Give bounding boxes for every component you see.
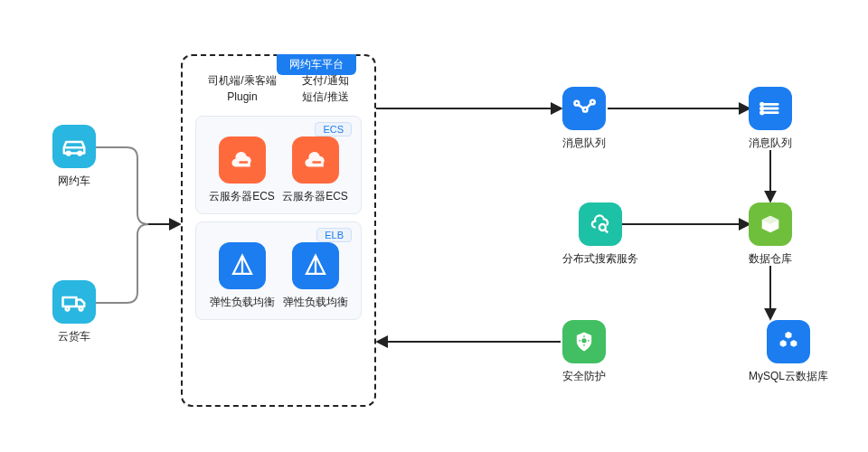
database-icon xyxy=(749,202,792,246)
svg-point-11 xyxy=(80,307,83,311)
node-shield-label: 安全防护 xyxy=(562,369,606,384)
node-car: 网约车 xyxy=(52,125,96,189)
cloud-server-icon xyxy=(219,137,266,184)
load-balancer-icon xyxy=(292,242,339,289)
main-cluster: 网约车平台 司机端/乘客端 Plugin 支付/通知 短信/推送 ECS 云服务… xyxy=(181,54,376,407)
svg-rect-12 xyxy=(239,161,248,164)
truck-icon xyxy=(52,280,96,324)
node-db-label: 数据仓库 xyxy=(749,251,792,267)
elb-node-b: 弹性负载均衡 xyxy=(283,242,348,310)
svg-point-27 xyxy=(581,338,586,343)
node-queue: 消息队列 xyxy=(749,87,792,151)
node-mysql-cluster: MySQL云数据库 xyxy=(749,320,828,384)
svg-point-23 xyxy=(761,108,763,109)
cloud-search-icon xyxy=(579,202,622,246)
node-search: 分布式搜索服务 xyxy=(562,202,638,267)
connector-layer xyxy=(0,0,868,452)
elb-badge: ELB xyxy=(316,228,352,242)
svg-point-24 xyxy=(761,112,763,114)
node-truck: 云货车 xyxy=(52,280,96,344)
load-balancer-icon xyxy=(219,242,266,289)
elb-node-b-label: 弹性负载均衡 xyxy=(283,295,348,310)
node-kafka-label: 消息队列 xyxy=(562,136,606,151)
node-truck-label: 云货车 xyxy=(58,329,90,344)
node-db: 数据仓库 xyxy=(749,202,792,267)
svg-point-22 xyxy=(761,103,763,105)
node-car-label: 网约车 xyxy=(58,174,90,189)
svg-point-10 xyxy=(66,307,70,311)
ecs-node-b-label: 云服务器ECS xyxy=(282,189,348,204)
elb-node-a: 弹性负载均衡 xyxy=(210,242,275,310)
svg-point-25 xyxy=(599,224,606,231)
svg-line-26 xyxy=(605,230,608,232)
message-stream-icon xyxy=(562,87,606,130)
cluster-title-tab: 网约车平台 xyxy=(277,54,356,75)
queue-icon xyxy=(749,87,792,130)
elb-card: ELB 弹性负载均衡 弹性负载均衡 xyxy=(195,221,362,320)
shield-gear-icon xyxy=(562,320,606,363)
node-mysql-cluster-label: MySQL云数据库 xyxy=(749,369,828,384)
node-search-label: 分布式搜索服务 xyxy=(562,251,638,267)
ecs-node-b: 云服务器ECS xyxy=(282,137,348,204)
svg-rect-9 xyxy=(63,297,77,306)
cluster-top-left: 司机端/乘客端 Plugin xyxy=(208,72,276,105)
elb-node-a-label: 弹性负载均衡 xyxy=(210,295,275,310)
hex-cluster-icon xyxy=(767,320,810,363)
ecs-node-a-label: 云服务器ECS xyxy=(209,189,275,204)
node-kafka: 消息队列 xyxy=(562,87,606,151)
node-queue-label: 消息队列 xyxy=(749,136,792,151)
svg-rect-13 xyxy=(312,161,321,164)
ecs-card: ECS 云服务器ECS 云服务器ECS xyxy=(195,116,362,214)
cloud-server-icon xyxy=(292,137,339,184)
car-icon xyxy=(52,125,96,168)
cluster-top-right: 支付/通知 短信/推送 xyxy=(302,72,348,105)
ecs-badge: ECS xyxy=(315,122,352,137)
node-shield: 安全防护 xyxy=(562,320,606,384)
architecture-diagram: 网约车 云货车 网约车平台 司机端/乘客端 Plugin 支付/通知 短信/推送… xyxy=(0,0,868,452)
ecs-node-a: 云服务器ECS xyxy=(209,137,275,204)
